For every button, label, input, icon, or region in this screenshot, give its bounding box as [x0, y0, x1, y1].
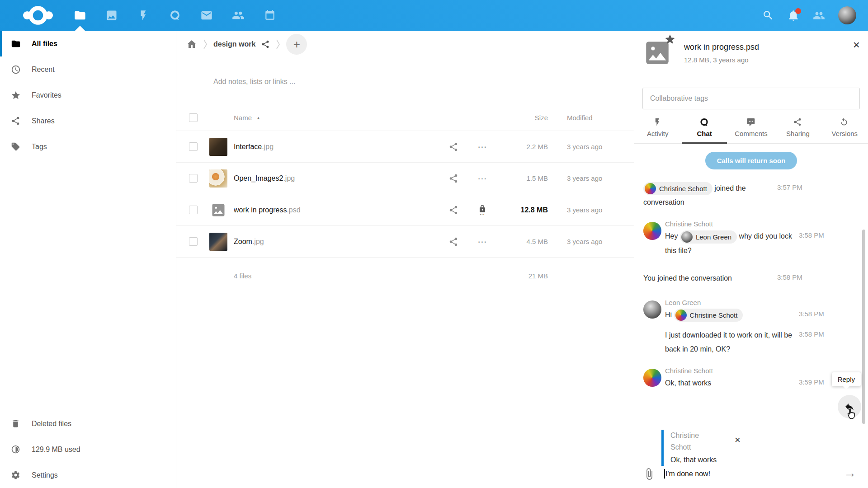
nextcloud-logo[interactable] [22, 5, 54, 26]
mention-chip-christine[interactable]: Christine Schott [643, 182, 712, 195]
message-author: Leon Green [665, 299, 859, 306]
avatar-leon-green[interactable] [643, 300, 661, 319]
avatar-christine-schott [675, 310, 687, 321]
app-files[interactable] [64, 0, 96, 31]
app-mail[interactable] [191, 0, 222, 31]
file-extension: .jpg [252, 238, 264, 245]
sidebar-item-shares[interactable]: Shares [0, 108, 176, 134]
reply-quote: Christine Schott Ok, that works [661, 430, 721, 466]
more-actions-icon[interactable]: ⋯ [476, 173, 488, 184]
notes-placeholder[interactable]: Add notes, lists or links ... [213, 78, 634, 86]
share-icon [11, 116, 21, 126]
reply-button[interactable] [838, 395, 861, 418]
row-checkbox[interactable] [189, 237, 198, 246]
summary-total-size: 21 MB [501, 272, 548, 280]
file-thumbnail [209, 169, 227, 188]
cancel-reply-icon[interactable]: × [735, 435, 741, 445]
app-calendar[interactable] [254, 0, 286, 31]
search-icon[interactable] [762, 9, 774, 21]
app-contacts[interactable] [222, 0, 254, 31]
share-icon[interactable] [448, 205, 458, 215]
avatar-leon-green [681, 231, 693, 243]
tab-sharing[interactable]: Sharing [774, 111, 821, 143]
home-icon[interactable] [186, 39, 197, 50]
mention-chip-leon[interactable]: Leon Green [680, 230, 737, 244]
tag-icon [11, 142, 21, 152]
avatar-christine-schott[interactable] [643, 222, 661, 240]
history-icon [840, 117, 849, 127]
app-photos[interactable] [96, 0, 127, 31]
chat-scrollbar[interactable] [862, 230, 865, 424]
chat-message-list: Calls will return soon Christine Schott … [634, 144, 868, 425]
row-checkbox[interactable] [189, 206, 198, 214]
avatar-christine-schott[interactable] [643, 369, 661, 387]
top-bar [0, 0, 868, 31]
file-name: Interface [234, 143, 262, 150]
more-actions-icon[interactable]: ⋯ [476, 236, 488, 247]
file-details-panel: work in progress.psd 12.8 MB, 3 years ag… [634, 31, 868, 488]
file-size: 2.2 MB [501, 143, 548, 150]
send-message-icon[interactable]: → [844, 466, 856, 480]
attachment-paperclip-icon[interactable] [642, 468, 656, 481]
sidebar-item-settings[interactable]: Settings [0, 462, 176, 488]
select-all-checkbox[interactable] [189, 113, 198, 122]
files-sidebar: All files Recent Favorites Shares Tags D… [0, 31, 176, 488]
more-actions-icon: ⋯ [476, 213, 488, 216]
share-icon[interactable] [448, 237, 458, 247]
contacts-menu-icon[interactable] [813, 9, 825, 21]
tab-versions[interactable]: Versions [821, 111, 868, 143]
file-row-zoom[interactable]: Zoom.jpg ⋯ 4.5 MB 3 years ago [176, 226, 634, 258]
file-modified: 3 years ago [548, 206, 634, 214]
file-extension: .jpg [283, 174, 295, 182]
file-row-open-images2[interactable]: Open_Images2.jpg ⋯ 1.5 MB 3 years ago [176, 163, 634, 194]
more-actions-icon[interactable]: ⋯ [476, 141, 488, 152]
details-file-subtitle: 12.8 MB, 3 years ago [684, 56, 860, 64]
text-cursor [664, 469, 665, 479]
message-author: Christine Schott [665, 220, 859, 228]
file-modified: 3 years ago [548, 143, 634, 150]
share-icon[interactable] [448, 142, 458, 152]
mention-chip-christine[interactable]: Christine Schott [674, 309, 743, 322]
collaborative-tags-input[interactable] [642, 88, 860, 109]
notification-badge [795, 8, 801, 14]
chat-message-input[interactable]: I'm done now! [664, 469, 710, 479]
sidebar-item-quota[interactable]: 129.9 MB used [0, 436, 176, 462]
tab-activity[interactable]: Activity [634, 111, 681, 143]
locked-more-actions[interactable]: ⋯ [476, 205, 488, 216]
share-folder-icon[interactable] [261, 40, 270, 49]
tab-comments[interactable]: Comments [728, 111, 774, 143]
file-extension: .jpg [262, 143, 274, 150]
file-row-work-in-progress[interactable]: work in progress.psd ⋯ 12.8 MB 3 years a… [176, 194, 634, 226]
sidebar-item-label: Recent [32, 66, 55, 74]
app-activity[interactable] [127, 0, 159, 31]
breadcrumb-folder[interactable]: design work [213, 40, 255, 48]
sidebar-item-label: Favorites [32, 91, 61, 99]
message-author: Christine Schott [665, 367, 859, 375]
column-header-modified[interactable]: Modified [548, 114, 634, 122]
sidebar-item-recent[interactable]: Recent [0, 56, 176, 82]
favorite-star-icon[interactable] [664, 33, 676, 45]
app-talk[interactable] [159, 0, 191, 31]
new-file-button[interactable]: + [286, 34, 307, 55]
column-header-size[interactable]: Size [501, 114, 548, 122]
sidebar-item-label: All files [32, 40, 57, 48]
row-checkbox[interactable] [189, 142, 198, 151]
user-avatar[interactable] [838, 6, 856, 24]
file-row-interface[interactable]: Interface.jpg ⋯ 2.2 MB 3 years ago [176, 131, 634, 163]
share-icon[interactable] [448, 174, 458, 183]
sidebar-item-favorites[interactable]: Favorites [0, 82, 176, 108]
calls-banner-button[interactable]: Calls will return soon [705, 152, 797, 169]
file-preview-placeholder [642, 38, 672, 68]
close-icon[interactable]: × [853, 39, 860, 51]
row-checkbox[interactable] [189, 174, 198, 183]
sidebar-item-deleted-files[interactable]: Deleted files [0, 411, 176, 436]
sidebar-item-tags[interactable]: Tags [0, 134, 176, 160]
reply-arrow-icon [844, 401, 855, 412]
chevron-right-icon [203, 39, 208, 50]
breadcrumb: design work + [176, 32, 634, 57]
tab-chat[interactable]: Chat [681, 111, 727, 143]
sidebar-item-all-files[interactable]: All files [0, 31, 176, 56]
notifications-bell-icon[interactable] [788, 9, 799, 21]
gear-icon [11, 470, 21, 480]
column-header-name[interactable]: Name▲ [234, 114, 448, 122]
